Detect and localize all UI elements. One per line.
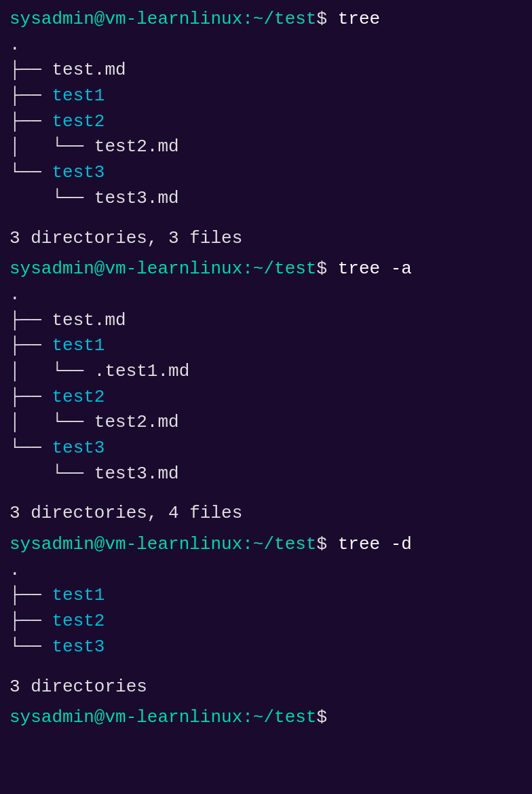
tree-entry: └── test3 (10, 436, 522, 461)
tree-connector: └── (10, 461, 94, 487)
terminal-output: sysadmin@vm-learnlinux:~/test$ tree.├── … (10, 7, 522, 731)
tree-connector: ├── (10, 385, 52, 411)
tree-connector: ├── (10, 308, 52, 334)
tree-dir: test2 (52, 609, 104, 635)
tree-entry: ├── test2 (10, 109, 522, 135)
tree-dir: test1 (52, 583, 104, 609)
tree-entry: ├── test.md (10, 308, 522, 334)
tree-file: test2.md (94, 410, 179, 436)
prompt-dollar: $ (316, 7, 327, 33)
tree-file: test3.md (94, 186, 179, 212)
prompt-user-host: sysadmin@vm-learnlinux:~/test (10, 705, 316, 731)
tree-connector: ├── (10, 333, 52, 359)
tree-entry: ├── test.md (10, 58, 522, 83)
tree-entry: └── test3 (10, 160, 522, 186)
tree-root: . (10, 33, 522, 58)
tree-summary: 3 directories, 4 files (10, 501, 522, 527)
tree-dir: test1 (52, 333, 104, 359)
tree-entry: └── test3.md (10, 461, 522, 487)
prompt-user-host: sysadmin@vm-learnlinux:~/test (10, 257, 316, 282)
tree-file: .test1.md (94, 359, 189, 385)
tree-entry: ├── test2 (10, 385, 522, 411)
prompt-dollar: $ (316, 532, 327, 558)
tree-connector: ├── (10, 58, 52, 83)
tree-summary: 3 directories, 3 files (10, 226, 522, 252)
prompt-dollar: $ (316, 257, 327, 282)
tree-summary: 3 directories (10, 675, 522, 700)
tree-connector: ├── (10, 583, 52, 609)
tree-entry: │ └── .test1.md (10, 359, 522, 385)
tree-entry: │ └── test2.md (10, 410, 522, 436)
tree-connector: ├── (10, 109, 52, 135)
tree-root: . (10, 558, 522, 584)
tree-dir: test3 (52, 635, 104, 660)
tree-connector: ├── (10, 609, 52, 635)
tree-connector: └── (10, 186, 94, 212)
tree-connector: │ └── (10, 134, 94, 160)
tree-entry: │ └── test2.md (10, 134, 522, 160)
prompt-dollar: $ (316, 705, 327, 731)
command-text: tree -d (327, 532, 412, 558)
tree-entry: ├── test1 (10, 333, 522, 359)
blank-line (10, 660, 522, 669)
tree-connector: │ └── (10, 359, 94, 385)
tree-entry: ├── test1 (10, 583, 522, 609)
prompt-line: sysadmin@vm-learnlinux:~/test$ tree (10, 7, 522, 33)
tree-connector: └── (10, 160, 52, 186)
tree-connector: ├── (10, 83, 52, 109)
prompt-user-host: sysadmin@vm-learnlinux:~/test (10, 7, 316, 33)
tree-entry: ├── test2 (10, 609, 522, 635)
tree-root: . (10, 282, 522, 308)
tree-dir: test3 (52, 160, 104, 186)
command-text: tree (327, 7, 380, 33)
tree-dir: test3 (52, 436, 104, 461)
tree-entry: ├── test1 (10, 83, 522, 109)
blank-line (10, 487, 522, 495)
command-text: tree -a (327, 257, 412, 282)
blank-line (10, 212, 522, 221)
prompt-user-host: sysadmin@vm-learnlinux:~/test (10, 532, 316, 558)
tree-file: test.md (52, 308, 126, 334)
tree-dir: test1 (52, 83, 104, 109)
tree-dir: test2 (52, 109, 104, 135)
prompt-line: sysadmin@vm-learnlinux:~/test$ tree -d (10, 532, 522, 558)
prompt-line: sysadmin@vm-learnlinux:~/test$ (10, 705, 522, 731)
tree-entry: └── test3 (10, 635, 522, 660)
tree-file: test3.md (94, 461, 179, 487)
tree-file: test2.md (94, 134, 179, 160)
tree-connector: └── (10, 436, 52, 461)
tree-connector: │ └── (10, 410, 94, 436)
tree-entry: └── test3.md (10, 186, 522, 212)
tree-file: test.md (52, 58, 126, 83)
tree-dir: test2 (52, 385, 104, 411)
prompt-line: sysadmin@vm-learnlinux:~/test$ tree -a (10, 257, 522, 282)
